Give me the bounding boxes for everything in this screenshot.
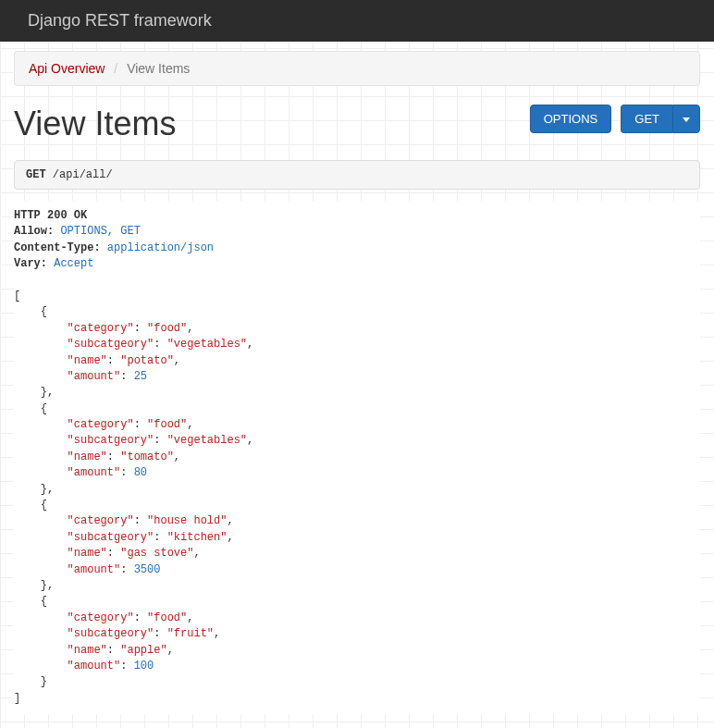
breadcrumb: Api Overview / View Items [14,51,700,86]
response-body: [ { "category": "food", "subcatgeory": "… [14,273,700,708]
response-panel: HTTP 200 OK Allow: OPTIONS, GET Content-… [14,201,700,714]
page-title: View Items [14,105,176,143]
chevron-down-icon [683,117,690,122]
request-line: GET /api/all/ [26,168,688,181]
get-dropdown-toggle[interactable] [672,105,700,133]
brand-link[interactable]: Django REST framework [28,11,212,30]
request-panel: GET /api/all/ [14,160,700,190]
options-button[interactable]: OPTIONS [530,105,612,133]
get-button-group: GET [621,105,700,133]
breadcrumb-current: View Items [127,61,190,76]
response-headers: HTTP 200 OK Allow: OPTIONS, GET Content-… [14,208,700,273]
navbar: Django REST framework [0,0,714,42]
get-button[interactable]: GET [621,105,672,133]
button-row: OPTIONS GET [530,105,700,133]
breadcrumb-root[interactable]: Api Overview [29,61,105,76]
breadcrumb-sep: / [108,61,123,76]
